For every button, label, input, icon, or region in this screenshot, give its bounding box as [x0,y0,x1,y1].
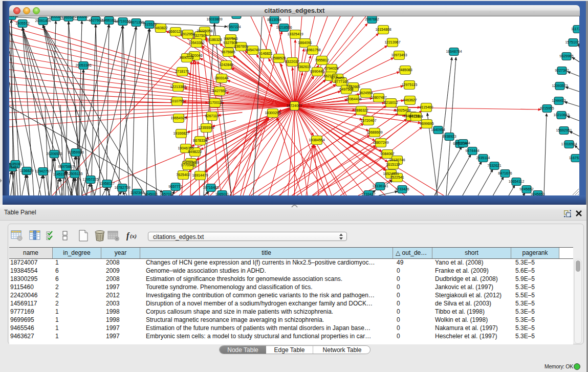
svg-text:10543382: 10543382 [188,41,204,45]
svg-text:17359928: 17359928 [68,150,83,154]
svg-text:9084067: 9084067 [380,152,394,156]
svg-text:12505135: 12505135 [67,172,82,176]
svg-text:19046755: 19046755 [178,146,193,150]
svg-text:8498222: 8498222 [188,150,202,154]
svg-text:9775451: 9775451 [331,76,344,80]
svg-text:9657012: 9657012 [160,192,173,195]
svg-text:2935114: 2935114 [476,156,490,160]
svg-text:20053346: 20053346 [75,63,91,67]
svg-text:1244413: 1244413 [552,99,565,102]
svg-text:1055267: 1055267 [75,16,89,18]
svg-text:1770949: 1770949 [181,163,194,167]
svg-text:8938923: 8938923 [442,135,456,138]
svg-text:16961758: 16961758 [304,48,320,52]
svg-text:12942757: 12942757 [35,169,51,173]
svg-text:1167533: 1167533 [569,156,579,160]
svg-text:8454749: 8454749 [246,48,259,52]
svg-text:1156829: 1156829 [20,169,34,172]
svg-text:10973493: 10973493 [391,53,407,57]
svg-text:10654112: 10654112 [509,180,525,183]
svg-text:9197444: 9197444 [456,141,470,145]
svg-text:19716485: 19716485 [203,186,219,189]
svg-text:9327546: 9327546 [224,37,237,40]
svg-text:7485083: 7485083 [398,68,412,72]
svg-text:8678334: 8678334 [193,139,207,142]
svg-text:6497568: 6497568 [339,87,353,91]
svg-text:9245653: 9245653 [531,192,545,195]
svg-text:1405572: 1405572 [15,21,29,25]
svg-text:6794028: 6794028 [324,67,338,70]
svg-text:12355594: 12355594 [198,126,214,129]
svg-text:8215955: 8215955 [540,106,554,110]
svg-text:7632621: 7632621 [487,164,501,167]
svg-text:8813054: 8813054 [267,18,281,21]
svg-text:3315481: 3315481 [9,165,19,169]
svg-text:13325419: 13325419 [287,32,303,36]
svg-text:18807249: 18807249 [373,141,388,144]
svg-text:11958117: 11958117 [99,182,115,185]
svg-text:19166827: 19166827 [173,132,189,135]
svg-text:16524851: 16524851 [383,172,399,176]
svg-text:1117233: 1117233 [571,27,579,31]
svg-text:9115460: 9115460 [420,105,433,109]
svg-text:10120746: 10120746 [389,158,405,162]
svg-text:9245011: 9245011 [144,192,158,195]
svg-text:2087682: 2087682 [365,17,379,21]
svg-text:8412384: 8412384 [409,115,423,118]
svg-text:8186328: 8186328 [208,38,222,41]
svg-text:12213967: 12213967 [384,40,400,44]
svg-text:2588520: 2588520 [272,56,286,60]
svg-text:9327508: 9327508 [223,41,237,45]
svg-text:7625402: 7625402 [176,173,190,177]
svg-text:8990448: 8990448 [310,70,324,73]
svg-text:2803144: 2803144 [214,76,228,80]
svg-text:20091406: 20091406 [35,19,51,23]
svg-text:8471676: 8471676 [498,171,512,175]
svg-text:9777169: 9777169 [334,80,348,83]
svg-text:4170012: 4170012 [208,101,222,104]
svg-text:19654925: 19654925 [170,116,186,120]
svg-text:9146821: 9146821 [258,52,272,55]
svg-text:1362615: 1362615 [297,65,311,69]
svg-text:1065526: 1065526 [61,16,75,19]
svg-text:18300295: 18300295 [265,111,280,115]
svg-text:1145194: 1145194 [53,172,67,176]
svg-text:9699695: 9699695 [420,122,433,125]
svg-text:15751074: 15751074 [565,40,579,44]
svg-text:9227342: 9227342 [555,69,569,72]
svg-text:7955812: 7955812 [315,58,329,62]
svg-text:19218506: 19218506 [276,26,292,29]
svg-text:10671355: 10671355 [128,20,144,24]
svg-text:17957225: 17957225 [82,178,98,181]
svg-text:6216012: 6216012 [384,101,398,104]
svg-text:2367608: 2367608 [234,45,248,48]
svg-text:1733427: 1733427 [361,192,375,195]
svg-text:9242848: 9242848 [219,63,233,67]
svg-text:8322037: 8322037 [285,60,299,63]
svg-text:8267110: 8267110 [205,114,219,118]
svg-text:9245652: 9245652 [519,187,533,191]
svg-text:1864091: 1864091 [298,41,312,45]
svg-text:93975887: 93975887 [58,165,74,168]
svg-text:18724007: 18724007 [286,104,302,107]
svg-text:9890123: 9890123 [180,56,193,59]
svg-text:1640954: 1640954 [431,128,445,132]
svg-text:2522541: 2522541 [390,176,404,179]
svg-text:9463627: 9463627 [403,98,417,102]
svg-text:1065011: 1065011 [215,192,229,195]
svg-text:f: f [126,231,130,240]
svg-text:9327509: 9327509 [193,34,207,37]
svg-text:1615132: 1615132 [386,163,400,166]
svg-text:1010755: 1010755 [170,99,184,103]
svg-text:16648784: 16648784 [446,50,462,53]
svg-text:12213382: 12213382 [170,85,186,89]
svg-text:12975115: 12975115 [402,83,418,86]
svg-text:19384554: 19384554 [309,138,324,142]
svg-text:20206533: 20206533 [46,152,62,156]
svg-text:10025438: 10025438 [395,108,410,112]
svg-text:1185081: 1185081 [9,162,22,166]
svg-text:9329965: 9329965 [559,54,573,58]
svg-text:16914479: 16914479 [192,173,208,177]
svg-text:3675685: 3675685 [221,50,235,54]
svg-text:15720407: 15720407 [360,119,376,122]
